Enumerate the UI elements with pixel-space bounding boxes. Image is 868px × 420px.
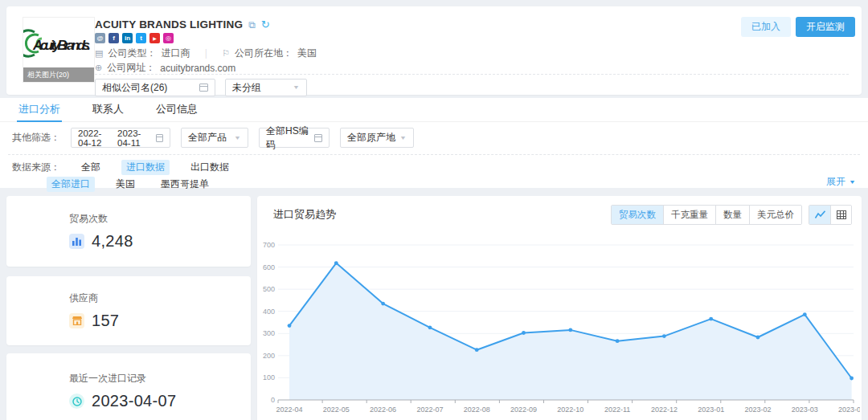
origin-select[interactable]: 全部原产地 ▼ bbox=[340, 128, 414, 148]
source-suboption-all-import[interactable]: 全部进口 bbox=[47, 177, 95, 192]
company-logo[interactable]: AcuityBrands. 相关图片(20) bbox=[23, 17, 95, 83]
source-suboption-us[interactable]: 美国 bbox=[111, 177, 140, 192]
source-suboption-mexico[interactable]: 墨西哥提单 bbox=[156, 177, 214, 192]
bar-chart-icon bbox=[69, 234, 84, 249]
grid-icon bbox=[314, 134, 322, 142]
list-icon bbox=[199, 84, 208, 92]
line-chart-view-button[interactable] bbox=[809, 206, 830, 224]
svg-text:200: 200 bbox=[263, 352, 275, 360]
chevron-down-icon: ▼ bbox=[234, 135, 241, 141]
stat-value: 2023-04-07 bbox=[92, 392, 176, 410]
shop-icon bbox=[69, 313, 84, 328]
joined-button[interactable]: 已加入 bbox=[741, 17, 791, 37]
tab-contacts[interactable]: 联系人 bbox=[92, 98, 124, 122]
source-option-export[interactable]: 出口数据 bbox=[186, 160, 234, 175]
facebook-icon[interactable]: f bbox=[108, 33, 119, 43]
svg-text:AcuityBrands.: AcuityBrands. bbox=[32, 38, 91, 53]
company-header-card: AcuityBrands. 相关图片(20) ACUITY BRANDS LIG… bbox=[6, 6, 862, 95]
origin-select-value: 全部原产地 bbox=[347, 131, 395, 145]
svg-text:2022-12: 2022-12 bbox=[651, 406, 678, 414]
metric-quantity[interactable]: 数量 bbox=[715, 206, 749, 224]
svg-text:2023-02: 2023-02 bbox=[744, 406, 771, 414]
meta-separator: ｜ bbox=[201, 47, 211, 60]
twitter-icon[interactable]: t bbox=[136, 33, 146, 43]
date-start: 2022-04-12 bbox=[78, 128, 113, 148]
other-filters-label: 其他筛选： bbox=[12, 131, 60, 145]
tab-bar: 进口分析 联系人 公司信息 bbox=[0, 98, 868, 122]
source-option-import[interactable]: 进口数据 bbox=[121, 160, 170, 175]
stat-card-last-import: 最近一次进口记录 2023-04-07 bbox=[6, 353, 251, 420]
similar-companies-label: 相似公司名(26) bbox=[102, 81, 167, 95]
tab-company-info[interactable]: 公司信息 bbox=[156, 98, 198, 122]
view-toggle bbox=[809, 205, 852, 225]
company-site-value[interactable]: acuitybrands.com bbox=[160, 63, 235, 74]
instagram-icon[interactable]: ◎ bbox=[163, 33, 174, 43]
copy-icon[interactable]: ⧉ bbox=[248, 19, 256, 31]
svg-text:2023-04: 2023-04 bbox=[838, 406, 860, 414]
start-monitor-button[interactable]: 开启监测 bbox=[796, 17, 855, 37]
table-view-button[interactable] bbox=[830, 206, 851, 224]
source-option-all[interactable]: 全部 bbox=[76, 160, 105, 175]
company-location-value: 美国 bbox=[297, 47, 317, 60]
company-type-label: 公司类型： bbox=[108, 47, 156, 60]
stat-label: 贸易次数 bbox=[69, 212, 133, 226]
svg-text:2022-10: 2022-10 bbox=[557, 406, 583, 414]
svg-text:2023-01: 2023-01 bbox=[698, 406, 724, 414]
trend-chart[interactable]: 01002003004005006007002022-042022-052022… bbox=[262, 230, 860, 420]
stat-label: 最近一次进口记录 bbox=[69, 372, 176, 385]
stat-label: 供应商 bbox=[69, 292, 119, 305]
stat-card-trade-count: 贸易次数 4,248 bbox=[6, 196, 251, 267]
expand-link[interactable]: 展开 ▼ bbox=[826, 175, 856, 189]
linkedin-icon[interactable]: in bbox=[122, 33, 133, 43]
chevron-down-icon: ▼ bbox=[849, 179, 856, 186]
metric-usd-total[interactable]: 美元总价 bbox=[749, 206, 801, 224]
company-location-label: 公司所在地： bbox=[235, 47, 293, 60]
website-icon[interactable]: @ bbox=[95, 33, 105, 43]
product-select-value: 全部产品 bbox=[188, 131, 227, 145]
svg-text:2022-11: 2022-11 bbox=[604, 406, 630, 414]
globe-icon: ⊕ bbox=[95, 63, 102, 73]
svg-text:100: 100 bbox=[263, 373, 275, 381]
youtube-icon[interactable]: ▶ bbox=[149, 33, 160, 43]
data-source-label: 数据来源： bbox=[12, 161, 60, 174]
svg-text:2022-08: 2022-08 bbox=[464, 406, 490, 414]
related-images-overlay[interactable]: 相关图片(20) bbox=[23, 67, 94, 82]
company-type-icon: ▤ bbox=[95, 48, 103, 59]
svg-text:0: 0 bbox=[271, 396, 275, 404]
svg-text:2022-07: 2022-07 bbox=[416, 406, 443, 414]
metric-trade-count[interactable]: 贸易次数 bbox=[612, 206, 663, 224]
line-chart-icon bbox=[815, 210, 825, 219]
hs-code-value: 全部HS编码 bbox=[266, 124, 314, 152]
chevron-down-icon: ▼ bbox=[293, 84, 300, 91]
stat-card-suppliers: 供应商 157 bbox=[6, 276, 251, 345]
tab-import-analysis[interactable]: 进口分析 bbox=[18, 98, 60, 122]
location-icon: ⚐ bbox=[222, 48, 230, 59]
stat-value: 4,248 bbox=[92, 232, 133, 251]
hs-code-select[interactable]: 全部HS编码 bbox=[259, 128, 330, 148]
filters-panel: 进口分析 联系人 公司信息 其他筛选： 2022-04-12 2023-04-1… bbox=[0, 98, 868, 188]
similar-companies-selector[interactable]: 相似公司名(26) bbox=[95, 79, 215, 96]
refresh-icon[interactable]: ↻ bbox=[261, 18, 270, 31]
svg-text:500: 500 bbox=[263, 285, 275, 293]
svg-text:700: 700 bbox=[263, 241, 275, 249]
metric-button-group: 贸易次数 千克重量 数量 美元总价 bbox=[611, 205, 802, 225]
table-icon bbox=[837, 210, 846, 219]
product-select[interactable]: 全部产品 ▼ bbox=[181, 128, 248, 148]
svg-text:600: 600 bbox=[263, 263, 275, 271]
svg-text:400: 400 bbox=[263, 308, 275, 316]
stat-value: 157 bbox=[92, 312, 119, 330]
company-site-label: 公司网址： bbox=[107, 61, 155, 75]
svg-text:2022-06: 2022-06 bbox=[370, 406, 396, 414]
import-trend-card: 进口贸易趋势 贸易次数 千克重量 数量 美元总价 010020030040050… bbox=[257, 196, 862, 420]
company-type-value: 进口商 bbox=[161, 47, 190, 60]
expand-label: 展开 bbox=[826, 175, 845, 189]
company-name: ACUITY BRANDS LIGHTING bbox=[95, 18, 243, 31]
date-range-picker[interactable]: 2022-04-12 2023-04-11 bbox=[71, 128, 170, 148]
social-icons: @fint▶◎ bbox=[95, 33, 174, 43]
chevron-down-icon: ▼ bbox=[399, 135, 407, 141]
calendar-icon bbox=[156, 134, 163, 142]
group-select-value: 未分组 bbox=[232, 81, 261, 95]
metric-kg-weight[interactable]: 千克重量 bbox=[663, 206, 715, 224]
header-divider bbox=[95, 74, 849, 75]
group-select[interactable]: 未分组 ▼ bbox=[225, 79, 307, 96]
